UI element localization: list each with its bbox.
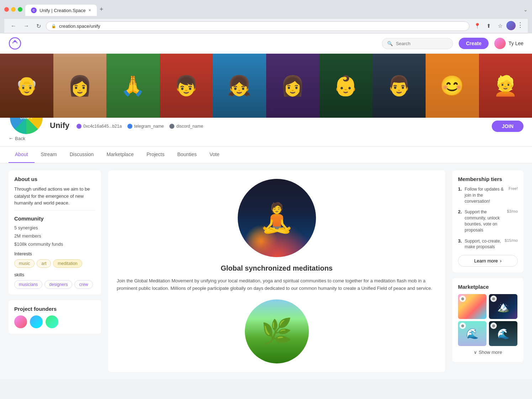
user-avatar	[494, 38, 506, 49]
tier-2-price: $3/mo	[507, 209, 518, 213]
main-content: About us Through unified actions we aim …	[0, 163, 532, 379]
show-more-button[interactable]: ∨ Show more	[458, 346, 518, 356]
new-tab-button[interactable]: +	[97, 3, 106, 16]
back-link[interactable]: Back	[15, 136, 25, 141]
market-thumb-3[interactable]: ◎ 🌊	[458, 321, 486, 346]
browser-user-avatar[interactable]	[506, 21, 516, 30]
site-header: 🔍 Create Ty Lee	[0, 33, 532, 54]
telegram-icon: ✈	[127, 124, 132, 129]
post-body: Join the Global Meditation Movement by u…	[117, 277, 437, 292]
svg-point-1	[14, 40, 16, 42]
tag-art[interactable]: art	[37, 259, 51, 268]
learn-more-label: Learn more	[474, 258, 498, 264]
market-thumb-2[interactable]: ◎ 🏔️	[489, 294, 517, 319]
close-button[interactable]	[4, 7, 9, 12]
tier-2-desc: Support the community, unlock bounties, …	[465, 209, 504, 233]
founder-avatar-1[interactable]	[14, 315, 27, 328]
marketplace-grid: ◎ ◎ 🏔️ ◎ 🌊 ◎ 🌊	[458, 294, 518, 346]
bookmark-icon[interactable]: ☆	[495, 21, 505, 31]
founder-avatar-2[interactable]	[30, 315, 43, 328]
tier-2: 2. Support the community, unlock bountie…	[458, 209, 518, 233]
learn-more-button[interactable]: Learn more ›	[458, 255, 518, 267]
tier-3-desc: Support, co-create, make proposals	[465, 238, 502, 250]
tab-marketplace[interactable]: Marketplace	[100, 147, 140, 163]
market-badge-1: ◎	[459, 296, 466, 302]
skills-tags: musicians designers crew	[14, 280, 95, 289]
back-arrow-icon: ←	[9, 135, 14, 141]
market-badge-3: ◎	[459, 323, 466, 329]
post-card: 🧘 Global synchronized meditations Join t…	[108, 170, 445, 372]
about-description: Through unified actions we aim to be cat…	[14, 186, 95, 207]
search-input[interactable]	[396, 41, 448, 46]
tab-stream[interactable]: Stream	[35, 147, 63, 163]
search-box[interactable]: 🔍	[382, 38, 453, 49]
marketplace-title: Marketplace	[458, 284, 518, 290]
create-button[interactable]: Create	[459, 38, 489, 49]
tab-favicon: C	[31, 7, 37, 13]
share-icon[interactable]: ⬆	[484, 21, 494, 31]
tag-designers[interactable]: designers	[44, 280, 72, 289]
site-logo[interactable]	[9, 37, 21, 50]
telegram-link[interactable]: ✈ telegram_name	[127, 124, 164, 129]
tab-bounties[interactable]: Bounties	[171, 147, 203, 163]
founders-card: Project founders	[9, 300, 101, 334]
tier-1-price: Free!	[509, 186, 518, 191]
show-more-label: Show more	[479, 350, 502, 355]
market-thumb-4[interactable]: ◎ 🌊	[489, 321, 517, 346]
tag-crew[interactable]: crew	[74, 280, 93, 289]
telegram-name: telegram_name	[134, 124, 164, 129]
community-members: 2M members	[14, 233, 95, 239]
tag-music[interactable]: music	[14, 259, 35, 268]
membership-title: Membership tiers	[458, 176, 518, 182]
post-title: Global synchronized meditations	[117, 264, 437, 272]
search-icon: 🔍	[387, 41, 393, 46]
tab-scroll-arrow[interactable]: ⌄	[523, 7, 528, 12]
traffic-lights	[4, 7, 22, 12]
wallet-icon: ◎	[77, 124, 81, 129]
founders-row	[14, 315, 95, 328]
about-card: About us Through unified actions we aim …	[9, 170, 101, 294]
tab-discussion[interactable]: Discussion	[63, 147, 100, 163]
minimize-button[interactable]	[11, 7, 16, 12]
tag-musicians[interactable]: musicians	[14, 280, 42, 289]
interests-label: Interests	[14, 251, 95, 256]
left-sidebar: About us Through unified actions we aim …	[9, 170, 101, 372]
profile-meta: ◎ 0xc4c16a645...b21a ✈ telegram_name # d…	[77, 124, 485, 129]
founder-avatar-3[interactable]	[46, 315, 58, 328]
wallet-link[interactable]: ◎ 0xc4c16a645...b21a	[77, 124, 122, 129]
tier-1-desc: Follow for updates & join in the convers…	[465, 186, 506, 204]
back-nav-button[interactable]: ←	[9, 21, 19, 31]
tab-close-button[interactable]: ×	[89, 8, 91, 13]
community-title: Community	[14, 216, 95, 222]
cover-section: 👴 👩 🙏 👦 👧 👩 👶 👨 😊 👱	[0, 54, 532, 118]
community-funds: $108k community funds	[14, 241, 95, 247]
market-thumb-1[interactable]: ◎	[458, 294, 486, 319]
skills-label: skills	[14, 272, 95, 277]
forward-nav-button[interactable]: →	[21, 21, 31, 31]
tag-meditation[interactable]: meditation	[53, 259, 82, 268]
maximize-button[interactable]	[18, 7, 22, 12]
tab-vote[interactable]: Vote	[203, 147, 226, 163]
browser-menu-button[interactable]: ⋮	[517, 21, 523, 31]
membership-card: Membership tiers 1. Follow for updates &…	[452, 170, 523, 272]
tab-projects[interactable]: Projects	[140, 147, 171, 163]
join-button[interactable]: JOIN	[492, 121, 523, 132]
discord-name: discord_name	[176, 124, 203, 129]
about-title: About us	[14, 176, 95, 182]
address-bar[interactable]: 🔒 creation.space/unify	[46, 21, 469, 31]
meditation-image: 🧘	[238, 179, 316, 257]
community-synergies: 5 synergies	[14, 225, 95, 230]
market-badge-2: ◎	[490, 296, 497, 302]
refresh-nav-button[interactable]: ↻	[34, 21, 43, 31]
discord-link[interactable]: # discord_name	[169, 124, 203, 129]
tier-1-num: 1.	[458, 186, 462, 192]
profile-name: Unify	[50, 121, 69, 130]
right-sidebar: Membership tiers 1. Follow for updates &…	[452, 170, 523, 372]
user-profile[interactable]: Ty Lee	[494, 38, 523, 49]
market-badge-4: ◎	[490, 323, 497, 329]
profile-section: UNIFY Unify ◎ 0xc4c16a645...b21a ✈	[0, 118, 532, 147]
browser-tab[interactable]: C Unify | Creation.Space ×	[25, 5, 97, 16]
location-icon[interactable]: 📍	[472, 21, 482, 31]
tab-about[interactable]: About	[9, 147, 35, 163]
show-more-chevron: ∨	[474, 350, 477, 355]
